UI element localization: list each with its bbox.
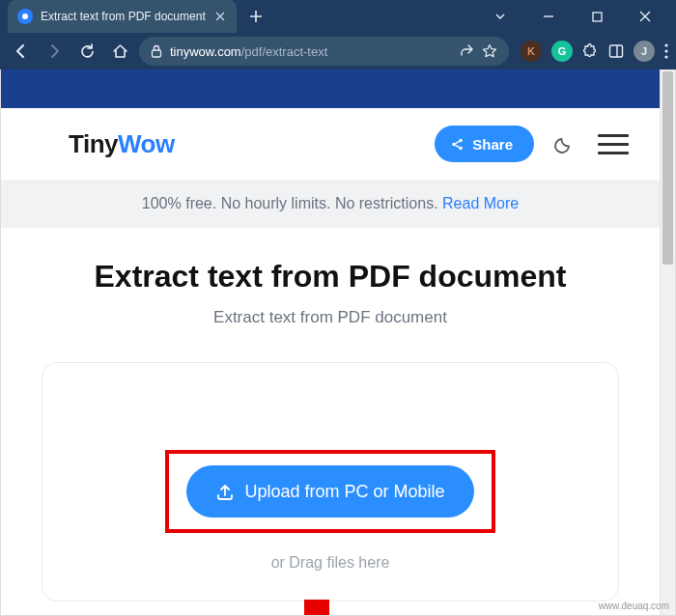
info-banner: 100% free. No hourly limits. No restrict… bbox=[1, 180, 660, 228]
url-text: tinywow.com/pdf/extract-text bbox=[170, 44, 451, 59]
window-titlebar: Extract text from PDF document bbox=[0, 0, 676, 33]
maximize-button[interactable] bbox=[583, 3, 610, 30]
read-more-link[interactable]: Read More bbox=[442, 195, 519, 211]
lock-icon bbox=[151, 44, 162, 58]
page-subtitle: Extract text from PDF document bbox=[28, 308, 633, 327]
tab-favicon bbox=[17, 9, 33, 24]
share-button[interactable]: Share bbox=[435, 126, 534, 162]
banner-text: 100% free. No hourly limits. No restrict… bbox=[142, 195, 442, 211]
extension-g-icon[interactable]: G bbox=[551, 41, 573, 62]
forward-button[interactable] bbox=[41, 38, 68, 65]
address-bar[interactable]: tinywow.com/pdf/extract-text bbox=[139, 37, 509, 66]
dark-mode-button[interactable] bbox=[546, 126, 582, 162]
reload-button[interactable] bbox=[73, 38, 100, 65]
annotation-highlight-box: Upload from PC or Mobile bbox=[165, 450, 494, 533]
drag-hint-text: or Drag files here bbox=[62, 554, 599, 572]
extensions-puzzle-icon[interactable] bbox=[582, 43, 599, 60]
back-button[interactable] bbox=[8, 38, 35, 65]
scrollbar-track[interactable]: ▲ bbox=[660, 70, 675, 615]
window-controls bbox=[487, 3, 676, 30]
chrome-menu-icon[interactable] bbox=[664, 43, 668, 59]
blue-header-band bbox=[1, 70, 660, 108]
svg-rect-1 bbox=[153, 50, 161, 57]
side-panel-icon[interactable] bbox=[608, 43, 624, 59]
bookmark-star-icon[interactable] bbox=[482, 43, 497, 59]
annotation-arrow-icon bbox=[278, 595, 355, 616]
browser-tab[interactable]: Extract text from PDF document bbox=[8, 0, 237, 33]
watermark-text: www.deuaq.com bbox=[599, 601, 669, 611]
main-content: Extract text from PDF document Extract t… bbox=[1, 228, 660, 602]
svg-rect-0 bbox=[593, 13, 602, 21]
svg-point-7 bbox=[459, 138, 463, 142]
browser-viewport: ▲ TinyWow Share 100% free. No hourly lim… bbox=[0, 70, 676, 616]
upload-label: Upload from PC or Mobile bbox=[244, 482, 444, 502]
upload-button[interactable]: Upload from PC or Mobile bbox=[186, 465, 473, 518]
window-dropdown-icon[interactable] bbox=[487, 3, 514, 30]
extensions-area: K G J bbox=[515, 41, 668, 62]
share-icon bbox=[450, 137, 465, 152]
close-tab-icon[interactable] bbox=[213, 10, 227, 23]
site-header: TinyWow Share bbox=[1, 108, 660, 180]
svg-point-5 bbox=[664, 55, 667, 58]
minimize-button[interactable] bbox=[535, 3, 562, 30]
scrollbar-thumb[interactable] bbox=[662, 71, 673, 265]
close-window-button[interactable] bbox=[632, 3, 659, 30]
home-button[interactable] bbox=[106, 38, 133, 65]
share-label: Share bbox=[472, 136, 513, 153]
svg-rect-2 bbox=[610, 45, 623, 57]
upload-icon bbox=[215, 482, 235, 501]
page-title: Extract text from PDF document bbox=[28, 259, 633, 294]
new-tab-button[interactable] bbox=[242, 3, 269, 30]
extension-k-icon[interactable]: K bbox=[521, 41, 542, 62]
browser-toolbar: tinywow.com/pdf/extract-text K G J bbox=[0, 33, 676, 70]
svg-point-8 bbox=[459, 146, 463, 150]
profile-avatar[interactable]: J bbox=[634, 41, 655, 62]
site-logo[interactable]: TinyWow bbox=[69, 129, 175, 159]
upload-card: Upload from PC or Mobile or Drag files h… bbox=[42, 362, 619, 602]
tab-title: Extract text from PDF document bbox=[41, 10, 206, 23]
svg-point-3 bbox=[664, 43, 667, 46]
menu-button[interactable] bbox=[594, 126, 633, 162]
share-url-icon[interactable] bbox=[459, 43, 474, 59]
svg-point-4 bbox=[664, 49, 667, 52]
